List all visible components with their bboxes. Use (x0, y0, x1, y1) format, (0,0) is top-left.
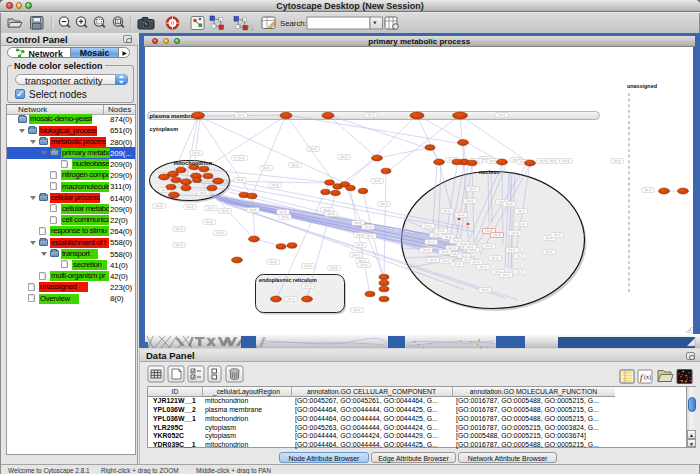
svg-text:endoplasmic reticulum: endoplasmic reticulum (259, 277, 317, 283)
svg-text:(xx-x): (xx-x) (550, 159, 557, 163)
svg-text:(xx-x): (xx-x) (546, 250, 553, 254)
svg-text:(xx-x): (xx-x) (305, 264, 312, 268)
svg-text:(xx-x): (xx-x) (238, 156, 245, 160)
svg-text:(xx-x): (xx-x) (499, 113, 506, 117)
svg-text:(xx-x): (xx-x) (156, 204, 163, 208)
svg-text:(xx-x): (xx-x) (467, 199, 474, 203)
svg-text:(xx-x): (xx-x) (270, 260, 277, 264)
svg-text:(xx-x): (xx-x) (433, 233, 440, 237)
svg-text:(xx-x): (xx-x) (540, 159, 547, 163)
svg-text:(xx-x): (xx-x) (614, 159, 621, 163)
svg-text:(xx-x): (xx-x) (423, 248, 430, 252)
svg-text:(xx-x): (xx-x) (442, 250, 449, 254)
svg-text:(xx-x): (xx-x) (238, 113, 245, 117)
svg-text:(xx-x): (xx-x) (554, 233, 561, 237)
svg-text:(xx-x): (xx-x) (517, 254, 524, 258)
svg-text:(xx-x): (xx-x) (237, 178, 244, 182)
svg-text:(xx-x): (xx-x) (492, 256, 499, 260)
svg-text:(xx-x): (xx-x) (425, 224, 432, 228)
svg-text:1:1: 1:1 (116, 19, 122, 24)
svg-text:(xx-x): (xx-x) (494, 233, 501, 237)
svg-text:(xx-x): (xx-x) (482, 288, 489, 292)
svg-text:(xx-x): (xx-x) (563, 159, 570, 163)
svg-text:(xx-x): (xx-x) (518, 222, 525, 226)
svg-text:(xx-x): (xx-x) (305, 284, 312, 288)
svg-text:(xx-x): (xx-x) (310, 147, 317, 151)
svg-text:(xx-x): (xx-x) (458, 213, 465, 217)
svg-text:(xx-x): (xx-x) (176, 227, 183, 231)
svg-text:(xx-x): (xx-x) (509, 248, 516, 252)
svg-text:(xx-x): (xx-x) (292, 163, 299, 167)
svg-text:(xx-x): (xx-x) (354, 308, 361, 312)
svg-text:(xx-x): (xx-x) (176, 243, 183, 247)
svg-text:(xx-x): (xx-x) (490, 159, 497, 163)
svg-text:(xx-x): (xx-x) (645, 188, 652, 192)
svg-text:(xx-x): (xx-x) (206, 220, 213, 224)
svg-text:(xx-x): (xx-x) (222, 209, 229, 213)
svg-text:(xx-x): (xx-x) (443, 259, 450, 263)
svg-text:(xx-x): (xx-x) (503, 273, 510, 277)
svg-text:(xx-x): (xx-x) (288, 297, 295, 301)
svg-text:(xx-x): (xx-x) (365, 225, 372, 229)
svg-text:(xx-x): (xx-x) (328, 212, 335, 216)
svg-text:(xx-x): (xx-x) (250, 208, 257, 212)
svg-text:(xx-x): (xx-x) (517, 270, 524, 274)
svg-text:(xx-x): (xx-x) (193, 151, 200, 155)
svg-text:(xx-x): (xx-x) (263, 166, 270, 170)
svg-text:(xx-x): (xx-x) (454, 262, 461, 266)
svg-text:(xx-x): (xx-x) (217, 231, 224, 235)
svg-text:(xx-x): (xx-x) (367, 234, 374, 238)
svg-text:(xx-x): (xx-x) (473, 260, 480, 264)
svg-text:(xx-x): (xx-x) (357, 233, 364, 237)
svg-text:(xx-x): (xx-x) (467, 245, 474, 249)
svg-text:(xx-x): (xx-x) (355, 221, 362, 225)
svg-text:(x): (x) (644, 374, 651, 381)
svg-text:(xx-x): (xx-x) (341, 155, 348, 159)
svg-text:(xx-x): (xx-x) (480, 265, 487, 269)
svg-text:nucleus: nucleus (479, 169, 500, 175)
svg-text:(xx-x): (xx-x) (470, 187, 477, 191)
svg-text:(xx-x): (xx-x) (282, 215, 289, 219)
svg-text:(xx-x): (xx-x) (272, 183, 279, 187)
svg-text:(xx-x): (xx-x) (361, 263, 368, 267)
svg-text:(xx-x): (xx-x) (430, 258, 437, 262)
svg-text:(xx-x): (xx-x) (353, 253, 360, 257)
svg-text:(xx-x): (xx-x) (486, 244, 493, 248)
svg-text:(xx-x): (xx-x) (438, 229, 445, 233)
svg-text:(xx-x): (xx-x) (374, 179, 381, 183)
svg-text:cytoplasm: cytoplasm (150, 126, 179, 132)
svg-text:(xx-x): (xx-x) (506, 202, 513, 206)
svg-text:mitochondrion: mitochondrion (174, 160, 213, 166)
svg-text:(xx-x): (xx-x) (200, 191, 207, 195)
svg-text:(xx-x): (xx-x) (444, 209, 451, 213)
svg-text:(xx-x): (xx-x) (208, 206, 215, 210)
svg-text:(xx-x): (xx-x) (428, 240, 435, 244)
svg-text:(xx-x): (xx-x) (512, 231, 519, 235)
svg-text:(xx-x): (xx-x) (357, 243, 364, 247)
svg-text:(xx-x): (xx-x) (368, 113, 375, 117)
svg-text:(xx-x): (xx-x) (381, 202, 388, 206)
svg-text:(xx-x): (xx-x) (280, 210, 287, 214)
svg-text:(xx-x): (xx-x) (518, 209, 525, 213)
svg-text:Search:: Search: (280, 19, 307, 28)
svg-text:(xx-x): (xx-x) (331, 266, 338, 270)
svg-text:(xx-x): (xx-x) (187, 205, 194, 209)
svg-text:unassigned: unassigned (627, 83, 657, 89)
